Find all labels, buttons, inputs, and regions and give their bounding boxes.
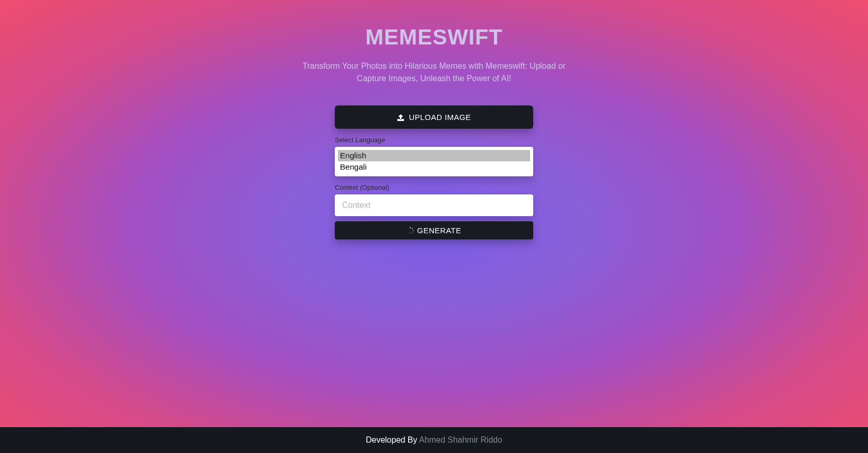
footer: Developed By Ahmed Shahmir Riddo [0,427,868,453]
svg-point-2 [413,230,414,231]
footer-prefix: Developed By [366,435,419,444]
main-container: MEMESWIFT Transform Your Photos into Hil… [0,0,868,427]
context-input[interactable] [335,194,533,216]
svg-point-0 [410,227,411,228]
upload-icon [397,114,405,120]
svg-point-7 [408,228,409,229]
form-container: UPLOAD IMAGE Select Language English Ben… [335,105,533,239]
language-select[interactable]: English Bengali [338,150,530,173]
generate-button[interactable]: GENERATE [335,221,533,239]
svg-point-1 [412,228,413,229]
upload-button-label: UPLOAD IMAGE [409,113,471,122]
svg-point-6 [407,230,408,231]
page-subtitle: Transform Your Photos into Hilarious Mem… [300,60,568,85]
context-label: Context (Optional) [335,184,533,191]
upload-image-button[interactable]: UPLOAD IMAGE [335,105,533,129]
language-select-wrapper: English Bengali [335,147,533,176]
svg-point-4 [410,233,411,233]
spinner-icon [407,227,414,234]
language-label: Select Language [335,136,533,144]
footer-author-link[interactable]: Ahmed Shahmir Riddo [419,435,502,444]
svg-point-3 [412,232,413,233]
language-option-bengali[interactable]: Bengali [338,161,530,173]
page-title: MEMESWIFT [365,25,503,50]
svg-point-5 [408,232,409,233]
language-option-english[interactable]: English [338,150,530,161]
generate-button-label: GENERATE [417,226,461,235]
